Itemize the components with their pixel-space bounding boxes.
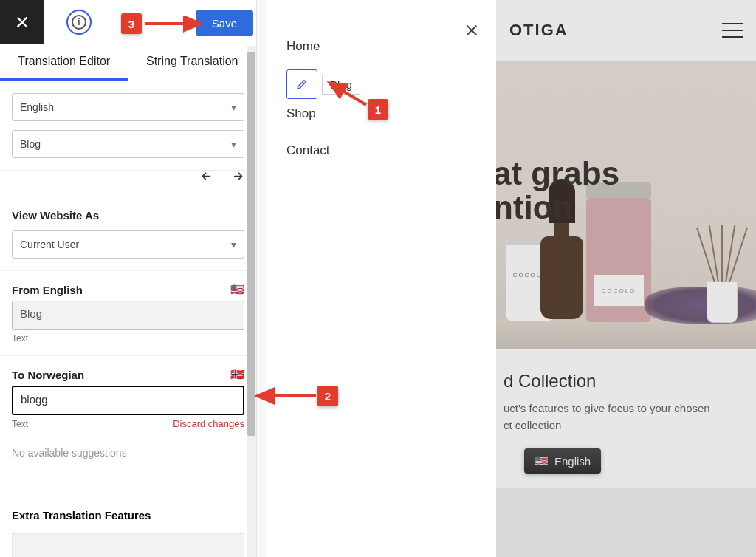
undo-button[interactable] <box>200 171 215 185</box>
from-label: From English <box>12 284 83 296</box>
menu-close-button[interactable] <box>464 22 480 41</box>
content-select-value: Blog <box>20 138 41 150</box>
pencil-icon <box>295 78 309 91</box>
preview-dim-overlay <box>496 0 756 557</box>
close-editor-button[interactable] <box>0 0 44 44</box>
caret-down-icon: ▾ <box>231 239 236 250</box>
menu-item-blog-selected[interactable]: Blog <box>322 75 360 95</box>
caret-down-icon: ▾ <box>231 138 236 150</box>
from-type-label: Text <box>12 333 28 344</box>
close-icon <box>14 14 30 30</box>
content-select[interactable]: Blog ▾ <box>12 130 244 158</box>
to-type-label: Text <box>12 419 28 429</box>
to-label: To Norwegian <box>12 369 84 381</box>
nav-menu-popover: Home Blog Shop Contact <box>266 0 496 557</box>
sidebar-body: English ▾ Blog ▾ View Website As Curren <box>0 81 256 557</box>
menu-item-home[interactable]: Home <box>286 28 475 65</box>
language-select-value: English <box>20 101 54 113</box>
flag-us-icon: 🇺🇸 <box>230 283 244 296</box>
scrollbar-thumb[interactable] <box>247 52 255 436</box>
redo-button[interactable] <box>230 171 244 185</box>
tab-string-translation[interactable]: String Translation <box>128 44 257 81</box>
annotation-marker-1: 1 <box>368 99 388 120</box>
info-button[interactable]: i <box>66 10 92 35</box>
translation-sidebar: i Save Translation Editor String Transla… <box>0 0 257 557</box>
close-icon <box>464 22 480 38</box>
sidebar-scrollbar[interactable] <box>247 46 256 557</box>
view-as-label: View Website As <box>12 209 244 222</box>
caret-down-icon: ▾ <box>231 101 236 113</box>
annotation-marker-3: 3 <box>121 13 142 34</box>
suggestions-empty: No available suggestions <box>0 435 256 471</box>
sidebar-tabs: Translation Editor String Translation <box>0 44 256 81</box>
flag-no-icon: 🇳🇴 <box>230 368 244 381</box>
save-button[interactable]: Save <box>196 10 253 36</box>
extra-features-box <box>12 533 244 557</box>
from-text: Blog <box>12 301 244 330</box>
info-icon: i <box>72 15 86 30</box>
site-preview: OTIGA at grabsntion COCOLO COCOLO d Coll… <box>496 0 756 557</box>
menu-item-contact[interactable]: Contact <box>286 132 475 169</box>
discard-changes-link[interactable]: Discard changes <box>173 418 244 429</box>
view-as-select[interactable]: Current User ▾ <box>12 230 244 259</box>
view-as-value: Current User <box>20 239 79 250</box>
edit-menu-item-button[interactable] <box>286 69 317 99</box>
extra-features-label: Extra Translation Features <box>0 497 256 533</box>
to-text-input[interactable]: blogg <box>12 386 244 415</box>
language-select[interactable]: English ▾ <box>12 93 244 121</box>
tab-translation-editor[interactable]: Translation Editor <box>0 44 128 81</box>
annotation-marker-2: 2 <box>317 386 338 406</box>
